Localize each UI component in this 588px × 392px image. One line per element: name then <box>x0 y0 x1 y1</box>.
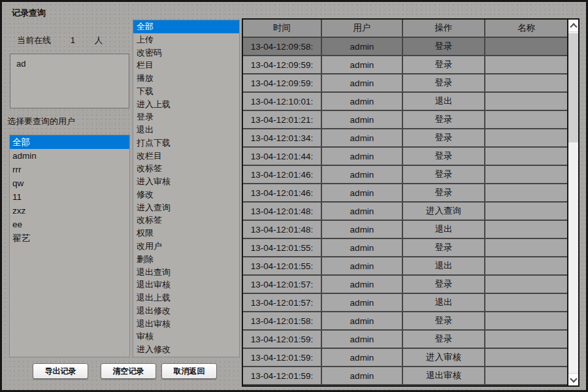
table-cell[interactable]: 13-04-12:01:48: <box>243 203 322 221</box>
table-cell[interactable]: 退出 <box>403 257 485 276</box>
table-cell[interactable]: 13-04-12:01:59: <box>243 367 322 385</box>
table-cell[interactable]: admin <box>322 166 403 184</box>
table-cell[interactable]: 13-04-12:01:46: <box>243 184 322 203</box>
table-cell[interactable]: admin <box>322 56 403 74</box>
column-header-user[interactable]: 用户 <box>322 20 403 38</box>
user-list-item[interactable]: zxz <box>10 204 129 218</box>
table-cell[interactable] <box>485 331 567 349</box>
user-list-item[interactable]: 翟艺 <box>10 231 129 245</box>
operation-list-item[interactable]: 登录 <box>133 110 239 123</box>
table-scrollbar[interactable] <box>567 20 578 385</box>
table-cell[interactable] <box>485 367 567 385</box>
table-cell[interactable] <box>485 312 567 331</box>
operation-list-item[interactable]: 上传 <box>133 33 239 46</box>
table-cell[interactable] <box>485 349 567 367</box>
operation-list-item[interactable]: 删除 <box>133 253 239 266</box>
table-cell[interactable] <box>485 166 567 184</box>
table-cell[interactable] <box>485 129 567 148</box>
table-cell[interactable]: 13-04-12:09:58: <box>243 38 322 56</box>
table-cell[interactable]: 13-04-12:01:46: <box>243 166 322 184</box>
table-cell[interactable]: 登录 <box>403 166 485 184</box>
table-cell[interactable] <box>485 203 567 221</box>
table-cell[interactable]: admin <box>322 111 403 129</box>
table-cell[interactable]: 登录 <box>403 239 485 257</box>
table-cell[interactable]: admin <box>322 74 403 93</box>
table-cell[interactable]: 登录 <box>403 111 485 129</box>
operation-list-item[interactable]: 退出修改 <box>133 304 239 318</box>
operation-list-item[interactable]: 进入修改 <box>133 343 239 356</box>
user-list-item[interactable]: qw <box>10 176 129 190</box>
table-cell[interactable]: 13-04-12:01:21: <box>243 111 322 129</box>
cancel-return-button[interactable]: 取消返回 <box>161 363 217 379</box>
table-cell[interactable]: 13-04-12:01:58: <box>243 312 322 331</box>
table-cell[interactable]: admin <box>322 148 403 166</box>
table-cell[interactable]: 登录 <box>403 148 485 166</box>
operation-list-item[interactable]: 退出审核 <box>133 318 239 331</box>
user-list-item[interactable]: admin <box>10 149 129 163</box>
table-cell[interactable]: admin <box>322 129 403 148</box>
table-cell[interactable]: 登录 <box>403 184 485 203</box>
scroll-up-button[interactable] <box>568 20 578 32</box>
table-cell[interactable]: 13-04-12:01:34: <box>243 129 322 148</box>
table-cell[interactable]: 13-04-12:01:55: <box>243 257 322 276</box>
table-cell[interactable]: admin <box>322 294 403 312</box>
table-cell[interactable]: 登录 <box>403 312 485 331</box>
table-cell[interactable] <box>485 74 567 93</box>
operation-list-item[interactable]: 退出上载 <box>133 291 239 304</box>
table-cell[interactable] <box>485 257 567 276</box>
table-cell[interactable] <box>485 221 567 239</box>
operation-list-item[interactable]: 退出 <box>133 123 239 137</box>
operation-list-item[interactable]: 改标签 <box>133 162 239 175</box>
table-cell[interactable]: admin <box>322 276 403 294</box>
table-cell[interactable]: 登录 <box>403 276 485 294</box>
user-list-item[interactable]: 11 <box>10 190 129 204</box>
table-cell[interactable] <box>485 184 567 203</box>
operation-list-item[interactable]: 进入查询 <box>133 201 239 214</box>
operation-list-item[interactable]: 改用户 <box>133 240 239 253</box>
table-cell[interactable]: 退出 <box>403 221 485 239</box>
operation-list-item[interactable]: 进入上载 <box>133 98 239 111</box>
user-list-item[interactable]: ee <box>10 218 129 231</box>
operation-list-item[interactable]: 播放 <box>133 72 239 85</box>
table-cell[interactable] <box>485 148 567 166</box>
table-cell[interactable] <box>485 294 567 312</box>
table-cell[interactable]: admin <box>322 221 403 239</box>
table-cell[interactable]: 13-04-12:01:59: <box>243 331 322 349</box>
table-cell[interactable]: 13-04-12:01:55: <box>243 239 322 257</box>
table-cell[interactable]: admin <box>322 257 403 276</box>
table-cell[interactable]: admin <box>322 239 403 257</box>
user-list-item[interactable]: rrr <box>10 163 129 176</box>
operation-list-item[interactable]: 权限 <box>133 227 239 240</box>
column-header-operation[interactable]: 操作 <box>403 20 485 38</box>
table-cell[interactable]: 退出审核 <box>403 367 485 385</box>
operation-list[interactable]: 全部上传改密码栏目播放下载进入上载登录退出打点下载改栏目改标签进入审核修改进入查… <box>133 20 240 357</box>
operation-list-item[interactable]: 退出审核 <box>133 278 239 291</box>
table-cell[interactable] <box>485 56 567 74</box>
table-cell[interactable]: 13-04-12:09:59: <box>243 56 322 74</box>
user-list[interactable]: 全部adminrrrqw11zxzee翟艺 <box>9 135 130 357</box>
online-users-box[interactable]: ad <box>10 54 129 108</box>
clear-records-button[interactable]: 清空记录 <box>101 363 156 379</box>
operation-list-item[interactable]: 修改 <box>133 188 239 201</box>
table-cell[interactable]: 进入审核 <box>403 349 485 367</box>
table-cell[interactable] <box>485 93 567 111</box>
table-cell[interactable]: 登录 <box>403 74 485 93</box>
operation-list-item[interactable]: 改密码 <box>133 46 239 59</box>
operation-list-item[interactable]: 退出查询 <box>133 266 239 279</box>
table-cell[interactable] <box>485 276 567 294</box>
table-cell[interactable]: 13-04-12:01:57: <box>243 294 322 312</box>
table-cell[interactable] <box>485 111 567 129</box>
table-cell[interactable]: 13-04-12:09:59: <box>243 74 322 93</box>
column-header-time[interactable]: 时间 <box>243 20 322 38</box>
operation-list-item[interactable]: 进入审核 <box>133 175 239 188</box>
operation-list-item[interactable]: 下载 <box>133 85 239 98</box>
column-header-name[interactable]: 名称 <box>485 20 567 38</box>
operation-list-item[interactable]: 栏目 <box>133 59 239 72</box>
user-list-item[interactable]: 全部 <box>10 135 129 149</box>
table-cell[interactable]: 13-04-12:01:44: <box>243 148 322 166</box>
table-cell[interactable]: admin <box>322 93 403 111</box>
table-cell[interactable] <box>485 239 567 257</box>
table-cell[interactable]: admin <box>322 203 403 221</box>
table-cell[interactable]: 退出 <box>403 93 485 111</box>
table-cell[interactable]: admin <box>322 184 403 203</box>
